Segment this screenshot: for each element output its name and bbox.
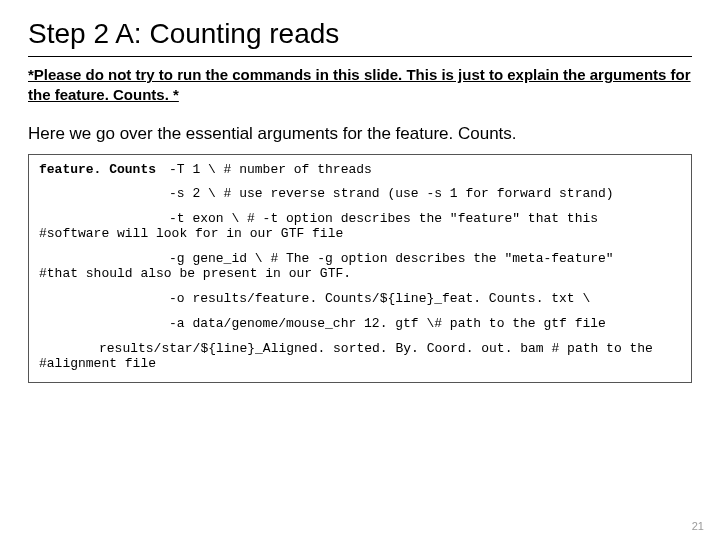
page-number: 21: [692, 520, 704, 532]
command-name: feature. Counts: [39, 163, 169, 178]
code-text: -T 1 \ # number of threads: [169, 162, 372, 177]
code-text: -a data/genome/mouse_chr 12. gtf \# path…: [169, 316, 606, 331]
code-line-7a: results/star/${line}_Aligned. sorted. By…: [39, 342, 681, 357]
code-text: -t exon \ # -t option describes the "fea…: [169, 211, 598, 226]
warning-note: *Please do not try to run the commands i…: [28, 65, 692, 106]
code-line-3b: #software will look for in our GTF file: [39, 227, 681, 242]
code-block: feature. Counts-T 1 \ # number of thread…: [28, 154, 692, 383]
slide: Step 2 A: Counting reads *Please do not …: [0, 0, 720, 540]
code-text: -g gene_id \ # The -g option describes t…: [169, 251, 614, 266]
code-line-2: -s 2 \ # use reverse strand (use -s 1 fo…: [39, 187, 681, 202]
code-line-4b: #that should also be present in our GTF.: [39, 267, 681, 282]
code-line-1: feature. Counts-T 1 \ # number of thread…: [39, 163, 681, 178]
code-line-4a: -g gene_id \ # The -g option describes t…: [39, 252, 681, 267]
title-rule: [28, 56, 692, 57]
intro-text: Here we go over the essential arguments …: [28, 124, 692, 144]
code-line-7b: #alignment file: [39, 357, 681, 372]
code-line-5: -o results/feature. Counts/${line}_feat.…: [39, 292, 681, 307]
code-text: results/star/${line}_Aligned. sorted. By…: [99, 341, 653, 356]
slide-title: Step 2 A: Counting reads: [28, 18, 692, 50]
code-text: -o results/feature. Counts/${line}_feat.…: [169, 291, 590, 306]
code-line-3a: -t exon \ # -t option describes the "fea…: [39, 212, 681, 227]
code-line-6: -a data/genome/mouse_chr 12. gtf \# path…: [39, 317, 681, 332]
code-text: -s 2 \ # use reverse strand (use -s 1 fo…: [169, 186, 614, 201]
